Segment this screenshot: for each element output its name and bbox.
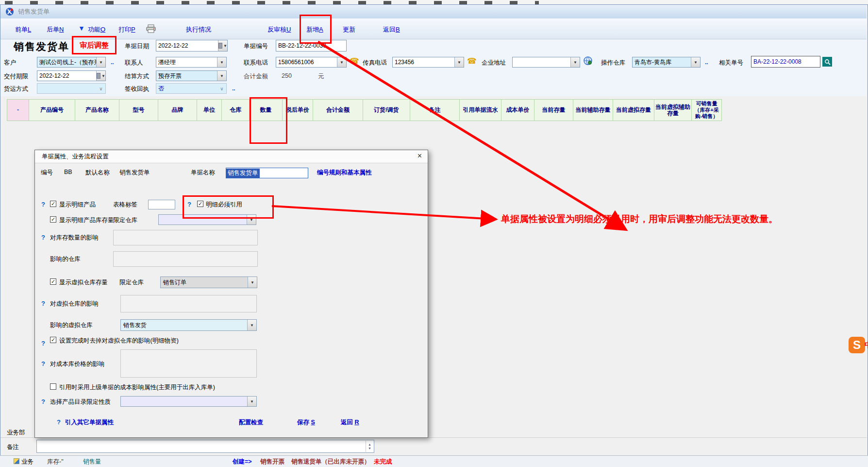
- show-detail-label[interactable]: 显示明细产品: [59, 201, 96, 209]
- deliver-date-field[interactable]: 2022-12-22 ▼: [37, 70, 106, 81]
- address-combo[interactable]: ▼: [512, 57, 580, 68]
- back-link[interactable]: 返回 R: [341, 418, 359, 427]
- virtual-effect-group: [120, 295, 257, 312]
- printer-icon[interactable]: [146, 24, 156, 33]
- dropdown-button[interactable]: ▼: [247, 215, 256, 225]
- flow-sales-return-link[interactable]: 销售退货单（已出库未开票）: [291, 458, 370, 466]
- search-icon: [824, 59, 831, 65]
- op-warehouse-dropdown-button[interactable]: ▼: [691, 57, 700, 67]
- settlement-label: 结算方式: [125, 72, 149, 81]
- spin-up-icon[interactable]: ▲: [368, 443, 371, 447]
- toolbar-exec-status[interactable]: 执行情况: [186, 25, 211, 34]
- col-header-qty: 数量: [250, 100, 283, 121]
- inherit-cost-checkbox[interactable]: [50, 383, 56, 390]
- catalog-combo[interactable]: ▼: [120, 396, 257, 407]
- globe-icon[interactable]: [584, 56, 592, 65]
- dropdown-button[interactable]: ▼: [247, 320, 256, 330]
- note-input[interactable]: ▲▼: [36, 440, 374, 453]
- deliver-date-label: 交付期限: [4, 72, 28, 81]
- dialog-close-icon[interactable]: ×: [417, 152, 422, 160]
- post-audit-adjust-badge: 审后调整: [72, 36, 117, 54]
- toolbar-next-doc[interactable]: 后单N: [47, 25, 64, 34]
- default-name-value: 销售发货单: [119, 169, 150, 177]
- op-warehouse-more-link[interactable]: ..: [705, 59, 708, 66]
- fax-dropdown-button[interactable]: ▼: [454, 57, 464, 67]
- settlement-combo[interactable]: 预存开票▼: [156, 70, 227, 81]
- affect-virtual-combo[interactable]: 销售发货▼: [120, 319, 257, 331]
- contact-dropdown-button[interactable]: ▼: [217, 57, 226, 67]
- phone-combo[interactable]: 15806561006▼: [276, 57, 347, 68]
- doc-no-input[interactable]: BB-22-12-22-0030: [276, 40, 347, 52]
- create-flow-link[interactable]: 创建=>: [233, 458, 252, 466]
- toolbar-prev-doc[interactable]: 前单L: [15, 25, 31, 34]
- receipt-chevron-icon[interactable]: ∨: [217, 84, 226, 93]
- save-link[interactable]: 保存 S: [297, 418, 315, 427]
- fax-dial-icon[interactable]: ☎: [467, 56, 477, 66]
- complete-clear-label[interactable]: 设置完成时去掉对虚拟仓库的影响(明细物资): [59, 337, 179, 345]
- help-icon[interactable]: ?: [41, 300, 45, 307]
- contact-combo[interactable]: 潘经理▼: [156, 57, 227, 68]
- address-dropdown-button[interactable]: ▼: [570, 57, 580, 67]
- shipping-chevron-icon[interactable]: ∨: [97, 84, 105, 93]
- bottom-tab-business[interactable]: 业务: [14, 458, 33, 466]
- deliver-date-calendar-button[interactable]: ▼: [96, 71, 105, 81]
- toolbar-print[interactable]: 打印P: [118, 25, 135, 34]
- customer-more-link[interactable]: ..: [111, 59, 114, 66]
- toolbar-add-new[interactable]: 新增A: [306, 25, 323, 34]
- address-label: 企业地址: [482, 59, 506, 67]
- limit-warehouse2-combo[interactable]: 销售订单▼: [160, 277, 257, 288]
- show-detail-stock-label[interactable]: 显示明细产品库存量: [59, 216, 114, 225]
- table-label-input[interactable]: [148, 200, 175, 209]
- toolbar-unaudit[interactable]: 反审核U: [267, 25, 291, 34]
- detail-must-ref-checkbox[interactable]: [197, 201, 203, 207]
- related-no-search-button[interactable]: [822, 57, 832, 67]
- toolbar-return[interactable]: 返回B: [383, 25, 400, 34]
- limit-warehouse-combo[interactable]: ▼: [158, 214, 256, 225]
- help-icon[interactable]: ?: [41, 340, 45, 347]
- receipt-combo[interactable]: 否∨: [156, 83, 227, 94]
- col-header-order: 订货/调货: [363, 100, 410, 121]
- bottom-tab-inventory[interactable]: 库存-": [47, 458, 64, 466]
- phone-dial-icon[interactable]: ☎: [350, 56, 359, 66]
- dropdown-button[interactable]: ▼: [247, 397, 256, 406]
- receipt-more-link[interactable]: ..: [232, 85, 235, 92]
- fax-combo[interactable]: 123456▼: [392, 57, 464, 68]
- phone-dropdown-button[interactable]: ▼: [337, 57, 346, 67]
- detail-must-ref-label[interactable]: 明细必须引用: [206, 201, 242, 209]
- settlement-dropdown-button[interactable]: ▼: [217, 71, 226, 81]
- complete-clear-checkbox[interactable]: [50, 337, 56, 343]
- help-icon[interactable]: ?: [187, 201, 191, 208]
- shipping-combo[interactable]: ∨: [37, 83, 106, 94]
- numbering-rules-link[interactable]: 编号规则和基本属性: [317, 169, 372, 177]
- config-check-link[interactable]: 配置检查: [239, 418, 263, 427]
- related-no-input[interactable]: BA-22-12-22-0008: [751, 56, 820, 68]
- contact-label: 联系人: [125, 59, 143, 67]
- flow-unfinished-status[interactable]: 未完成: [374, 458, 392, 466]
- help-icon[interactable]: ?: [41, 234, 45, 241]
- customer-dropdown-button[interactable]: ▼: [96, 57, 105, 67]
- toolbar-update[interactable]: 更新: [343, 25, 355, 34]
- doc-date-field[interactable]: 2022-12-22 ▼: [156, 40, 228, 52]
- show-virtual-stock-label[interactable]: 显示虚拟仓库存量: [59, 278, 108, 287]
- related-no-label: 相关单号: [719, 59, 743, 67]
- show-virtual-stock-checkbox[interactable]: [50, 278, 56, 285]
- doc-name-input[interactable]: 销售发货单: [226, 168, 308, 178]
- help-icon[interactable]: ?: [41, 398, 45, 405]
- show-detail-stock-checkbox[interactable]: [50, 216, 56, 223]
- customer-combo[interactable]: 测试公司线上-（预存开▼: [37, 57, 106, 68]
- toolbar-function[interactable]: 功能O: [88, 25, 105, 34]
- doc-date-calendar-button[interactable]: ▼: [218, 40, 227, 51]
- flow-sales-invoice-link[interactable]: 销售开票: [260, 458, 284, 466]
- stock-effect-group: [113, 230, 258, 245]
- dropdown-button[interactable]: ▼: [248, 277, 257, 288]
- show-detail-checkbox[interactable]: [50, 201, 56, 207]
- help-icon[interactable]: ?: [41, 360, 45, 367]
- spin-down-icon[interactable]: ▼: [368, 447, 371, 450]
- bottom-tab-sales-qty[interactable]: 销售量: [83, 458, 101, 466]
- help-icon[interactable]: ?: [41, 201, 45, 208]
- help-icon[interactable]: ?: [57, 418, 61, 426]
- note-spinner[interactable]: ▲▼: [366, 441, 373, 452]
- inherit-cost-label[interactable]: 引用时采用上级单据的成本影响属性(主要用于出库入库单): [59, 383, 215, 392]
- op-warehouse-combo[interactable]: 青岛市-黄岛库▼: [632, 57, 701, 68]
- import-other-props-link[interactable]: 引入其它单据属性: [65, 418, 114, 427]
